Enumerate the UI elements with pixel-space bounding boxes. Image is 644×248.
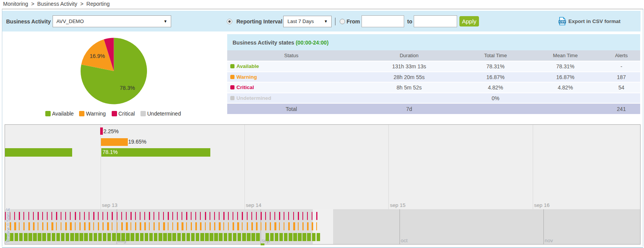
svg-text:CSV: CSV [559, 20, 565, 23]
